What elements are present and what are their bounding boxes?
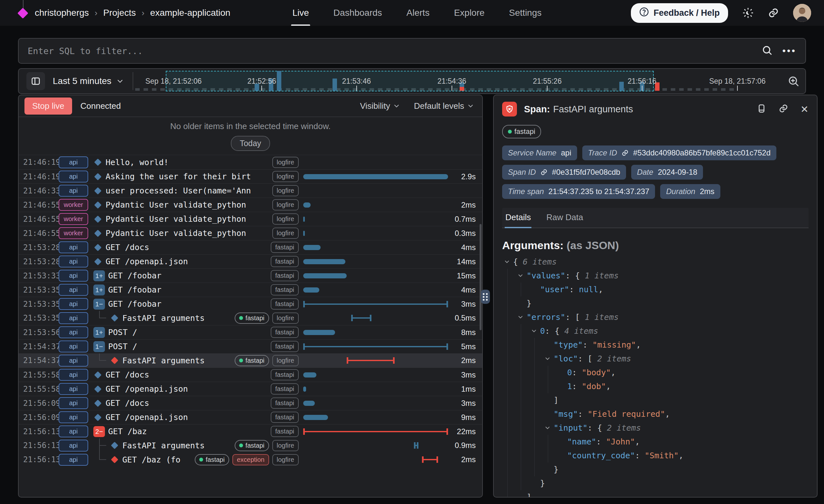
panel-resize-handle[interactable]	[481, 290, 490, 304]
timeline-bar	[332, 79, 337, 91]
service-tag-api[interactable]: api	[59, 425, 88, 437]
service-tag-api[interactable]: api	[59, 340, 88, 352]
service-tag-api[interactable]: api	[59, 185, 88, 197]
trace-row[interactable]: 21:53:35api1+GET /foobarfastapi4ms	[19, 283, 482, 297]
dock-panel-icon[interactable]	[757, 104, 766, 115]
breadcrumb-item[interactable]: Projects	[103, 8, 136, 18]
trace-row[interactable]: 21:54:37api1−POST /fastapi5ms	[19, 339, 482, 354]
service-tag-api[interactable]: api	[59, 298, 88, 310]
service-tag-api[interactable]: api	[59, 355, 88, 367]
feedback-help-button[interactable]: Feedback / Help	[631, 3, 728, 23]
breadcrumb-item[interactable]: christophergs	[35, 8, 89, 18]
detail-tab-details[interactable]: Details	[505, 208, 531, 227]
metadata-chip-span-id[interactable]: Span ID#0e31f5fd70e08cdb	[502, 165, 626, 180]
json-line[interactable]: "errors": [ 1 items	[502, 310, 809, 324]
trace-row[interactable]: 21:53:56api1+POST /fastapi8ms	[19, 325, 482, 339]
trace-row[interactable]: 21:53:28apiGET /openapi.jsonfastapi14ms	[19, 254, 482, 269]
service-tag-worker[interactable]: worker	[59, 199, 88, 211]
trace-row[interactable]: 21:55:58apiGET /openapi.jsonfastapi1ms	[19, 382, 482, 396]
trace-row[interactable]: 21:56:13apiFastAPI argumentsfastapilogfi…	[19, 438, 482, 452]
service-tag-api[interactable]: api	[59, 171, 88, 183]
trace-row[interactable]: 21:53:35api1−GET /foobarfastapi3ms	[19, 297, 482, 311]
link-icon	[540, 169, 547, 176]
trace-row[interactable]: 21:53:33api1+GET /foobarfastapi15ms	[19, 269, 482, 283]
json-line[interactable]: { 6 items	[502, 255, 809, 269]
logfire-logo-icon[interactable]	[18, 5, 28, 20]
trace-row[interactable]: 21:56:09apiGET /openapi.jsonfastapi9ms	[19, 410, 482, 424]
row-message: user processed: User(name='Ann	[106, 186, 269, 195]
share-link-button[interactable]	[768, 7, 779, 18]
expand-collapse-badge[interactable]: 1+	[93, 327, 105, 338]
fastapi-tag: fastapi	[235, 440, 269, 451]
trace-row[interactable]: 21:46:55workerPydantic User validate_pyt…	[19, 212, 482, 226]
service-tag-api[interactable]: api	[59, 270, 88, 282]
today-button[interactable]: Today	[231, 136, 270, 151]
metadata-chip-service-name[interactable]: Service Nameapi	[502, 145, 577, 160]
service-tag-api[interactable]: api	[59, 157, 88, 168]
tab-explore[interactable]: Explore	[454, 0, 485, 26]
timeline-selection[interactable]	[166, 71, 654, 91]
search-icon[interactable]	[761, 45, 772, 57]
tab-alerts[interactable]: Alerts	[407, 0, 430, 26]
service-tag-worker[interactable]: worker	[59, 213, 88, 225]
json-line[interactable]: 0: { 4 items	[502, 324, 809, 338]
trace-row[interactable]: 21:46:55workerPydantic User validate_pyt…	[19, 198, 482, 212]
json-line[interactable]: "values": { 1 items	[502, 269, 809, 283]
copy-link-icon[interactable]	[779, 104, 788, 115]
expand-collapse-badge[interactable]: 1+	[93, 285, 105, 295]
trace-row[interactable]: 21:56:13apiGET /baz (fofastapiexceptionl…	[19, 452, 482, 467]
trace-row[interactable]: 21:54:37apiFastAPI argumentsfastapilogfi…	[19, 354, 482, 368]
zoom-in-button[interactable]	[787, 75, 800, 87]
metadata-chip-trace-id[interactable]: Trace ID#53ddc40980a86b57bfe89c1cc01c752…	[582, 145, 777, 160]
trace-row[interactable]: 21:53:35apiFastAPI argumentsfastapilogfi…	[19, 311, 482, 325]
service-tag-api[interactable]: api	[59, 312, 88, 324]
service-tag-api[interactable]: api	[59, 326, 88, 338]
service-tag-worker[interactable]: worker	[59, 227, 88, 239]
fastapi-tag: fastapi	[271, 284, 299, 295]
stop-live-button[interactable]: Stop live	[24, 98, 72, 115]
more-options-icon[interactable]: •••	[782, 45, 796, 56]
default-levels-select[interactable]: Default levels	[414, 101, 474, 111]
metadata-chip-date[interactable]: Date2024-09-18	[631, 165, 703, 180]
service-tag-api[interactable]: api	[59, 454, 88, 466]
user-avatar[interactable]	[793, 4, 811, 22]
trace-row[interactable]: 21:46:19apiAsking the user for their bir…	[19, 169, 482, 184]
service-tag-api[interactable]: api	[59, 411, 88, 423]
json-line[interactable]: "loc": [ 2 items	[502, 352, 809, 366]
close-icon[interactable]: ✕	[801, 104, 809, 115]
service-tag-api[interactable]: api	[59, 256, 88, 268]
trace-row[interactable]: 21:46:19apiHello, world!logfire	[19, 155, 482, 169]
time-range-select[interactable]: Last 5 minutes	[45, 76, 133, 86]
scrollbar-thumb[interactable]	[480, 224, 482, 330]
trace-row[interactable]: 21:46:33apiuser processed: User(name='An…	[19, 184, 482, 198]
service-tag-api[interactable]: api	[59, 241, 88, 253]
service-tag-api[interactable]: api	[59, 440, 88, 451]
tab-settings[interactable]: Settings	[509, 0, 541, 26]
tab-dashboards[interactable]: Dashboards	[333, 0, 382, 26]
expand-collapse-badge[interactable]: 1−	[93, 299, 105, 310]
trace-row[interactable]: 21:56:09apiGET /docsfastapi3ms	[19, 396, 482, 410]
expand-collapse-badge[interactable]: 1−	[93, 341, 105, 352]
expand-collapse-badge[interactable]: 1+	[93, 270, 105, 281]
detail-tab-raw-data[interactable]: Raw Data	[545, 208, 584, 227]
service-tag-api[interactable]: api	[59, 383, 88, 395]
tab-live[interactable]: Live	[292, 0, 309, 26]
service-tag-api[interactable]: api	[59, 369, 88, 381]
span-header: Span:FastAPI arguments ✕	[502, 102, 809, 116]
visibility-select[interactable]: Visibility	[360, 101, 399, 111]
sql-filter-input[interactable]	[28, 46, 761, 56]
trace-row[interactable]: 21:56:13api2−GET /bazfastapi22ms	[19, 424, 482, 438]
toggle-sidebar-button[interactable]	[26, 72, 45, 90]
json-line[interactable]: "input": { 2 items	[502, 421, 809, 435]
trace-row[interactable]: 21:46:55workerPydantic User validate_pyt…	[19, 226, 482, 240]
breadcrumb-item[interactable]: example-application	[150, 8, 230, 18]
metadata-chip-time-span[interactable]: Time span21:54:37.235 to 21:54:37.237	[502, 184, 655, 199]
service-tag-api[interactable]: api	[59, 397, 88, 409]
service-tag-api[interactable]: api	[59, 284, 88, 296]
timeline-histogram[interactable]: Sep 18, 21:52:0621:52:5621:53:4621:54:36…	[135, 71, 784, 91]
expand-collapse-badge[interactable]: 2−	[93, 426, 105, 437]
trace-row[interactable]: 21:53:28apiGET /docsfastapi4ms	[19, 240, 482, 254]
theme-toggle-button[interactable]	[742, 7, 754, 19]
trace-row[interactable]: 21:55:58apiGET /docsfastapi3ms	[19, 368, 482, 382]
metadata-chip-duration[interactable]: Duration2ms	[660, 184, 720, 199]
